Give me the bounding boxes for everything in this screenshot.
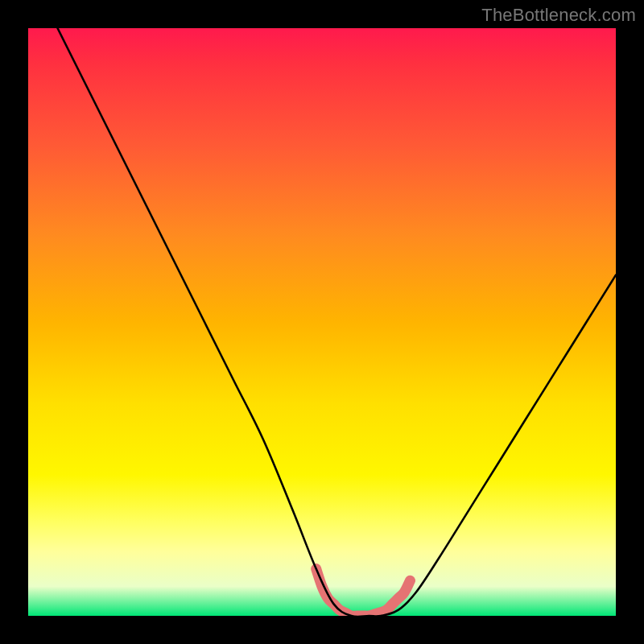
watermark-text: TheBottleneck.com <box>481 5 636 26</box>
chart-frame: TheBottleneck.com <box>0 0 644 644</box>
valley-highlight <box>316 569 411 616</box>
bottleneck-curve <box>58 28 617 616</box>
plot-area <box>28 28 616 616</box>
chart-svg <box>28 28 616 616</box>
